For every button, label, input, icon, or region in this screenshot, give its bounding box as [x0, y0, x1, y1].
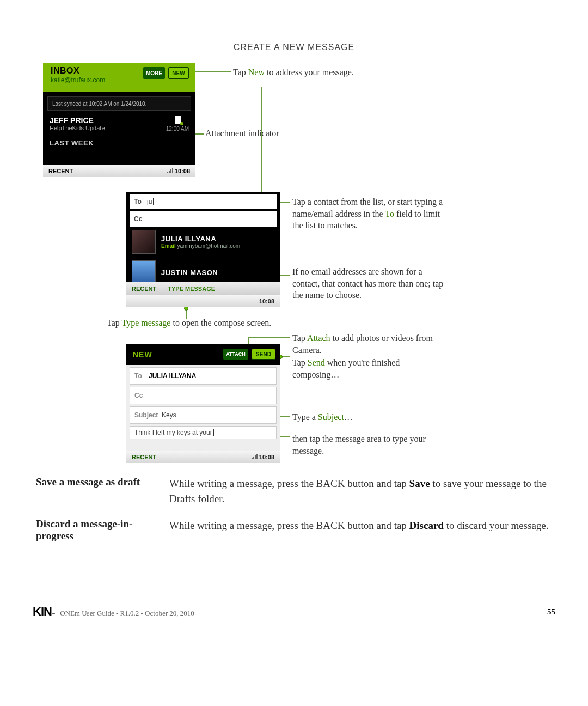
instr-heading-discard: Discard a message-in-progress — [36, 518, 169, 542]
instr-heading-save: Save a message as draft — [36, 476, 169, 506]
signal-icon — [167, 168, 173, 173]
compose-screenshot: NEW ATTACH SEND To JULIA ILLYANA Cc Subj… — [126, 344, 280, 463]
avatar — [132, 230, 156, 254]
to-label: To — [134, 372, 149, 380]
attach-button[interactable]: ATTACH — [223, 349, 248, 360]
type-message-tab[interactable]: TYPE MESSAGE — [162, 285, 220, 292]
subject-field[interactable]: Subject Keys — [130, 406, 277, 424]
contact-row-julia[interactable]: JULIA ILLYANA Email yammybam@hotmail.com — [126, 227, 280, 257]
recent-tab[interactable]: RECENT — [126, 285, 162, 292]
callout-body: then tap the message area to type your m… — [292, 433, 434, 457]
to-label: To — [134, 198, 147, 205]
instr-body-save: While writing a message, press the BACK … — [169, 476, 553, 506]
cc-field[interactable]: Cc — [130, 387, 277, 404]
sync-status: Last synced at 10:02 AM on 1/24/2010. — [47, 96, 191, 111]
callout-type-message: Tap Type message to open the compose scr… — [107, 317, 271, 329]
callout-no-email: If no email addresses are shown for a co… — [292, 266, 445, 301]
callout-attachment: Attachment indicator — [205, 127, 279, 139]
email-label: Email — [161, 243, 176, 249]
subject-value: Keys — [162, 411, 176, 419]
subject-label: Subject — [134, 411, 162, 419]
new-label: NEW — [133, 350, 152, 359]
message-time: 12:00 AM — [166, 126, 189, 132]
signal-icon — [252, 454, 258, 459]
message-row[interactable]: JEFF PRICE HelpTheKids Update 12:00 AM — [43, 111, 195, 136]
callout-attach: Tap Attach to add photos or videos from … — [292, 332, 434, 356]
clock: 10:08 — [259, 298, 274, 305]
kin-logo: KIN™ — [33, 605, 55, 619]
recent-label: RECENT — [132, 454, 156, 460]
contact-name: JUSTIN MASON — [161, 269, 218, 277]
callout-contact: Tap a contact from the list, or start ty… — [292, 196, 445, 232]
callout-new: Tap New to address your message. — [233, 66, 354, 78]
callout-subject: Type a Subject… — [292, 411, 353, 423]
to-field[interactable]: To JULIA ILLYANA — [130, 367, 277, 385]
clock: 10:08 — [259, 454, 274, 460]
body-text: Think I left my keys at your — [134, 429, 212, 436]
message-body[interactable]: Think I left my keys at your — [130, 426, 277, 439]
more-button[interactable]: MORE — [143, 67, 165, 79]
to-value: JULIA ILLYANA — [149, 372, 196, 380]
inbox-screenshot: INBOX katie@trufaux.com MORE NEW Last sy… — [43, 63, 195, 177]
contact-email: yammybam@hotmail.com — [177, 243, 240, 249]
avatar — [132, 260, 156, 284]
sender-name: JEFF PRICE — [50, 116, 189, 125]
footer-text: ONEm User Guide - R1.0.2 - October 20, 2… — [60, 609, 194, 617]
cc-label: Cc — [134, 215, 147, 223]
footer: KIN™ ONEm User Guide - R1.0.2 - October … — [33, 605, 555, 619]
last-week-header: LAST WEEK — [43, 136, 195, 147]
attachment-icon — [175, 116, 181, 124]
page-title: CREATE A NEW MESSAGE — [0, 42, 588, 52]
new-button[interactable]: NEW — [168, 67, 189, 79]
instructions: Save a message as draft While writing a … — [36, 476, 553, 554]
callout-send: Tap Send when you're finished composing… — [292, 357, 434, 380]
send-button[interactable]: SEND — [252, 349, 275, 360]
contact-name: JULIA ILLYANA — [161, 235, 240, 243]
instr-body-discard: While writing a message, press the BACK … — [169, 518, 553, 542]
to-value: ju — [147, 198, 152, 205]
cc-field[interactable]: Cc — [130, 211, 277, 227]
clock: 10:08 — [175, 168, 190, 174]
recent-label: RECENT — [48, 168, 73, 174]
page-number: 55 — [547, 607, 555, 617]
contact-picker-screenshot: To ju Cc JULIA ILLYANA Email yammybam@ho… — [126, 192, 280, 307]
cc-label: Cc — [134, 392, 149, 399]
to-field[interactable]: To ju — [130, 194, 277, 209]
